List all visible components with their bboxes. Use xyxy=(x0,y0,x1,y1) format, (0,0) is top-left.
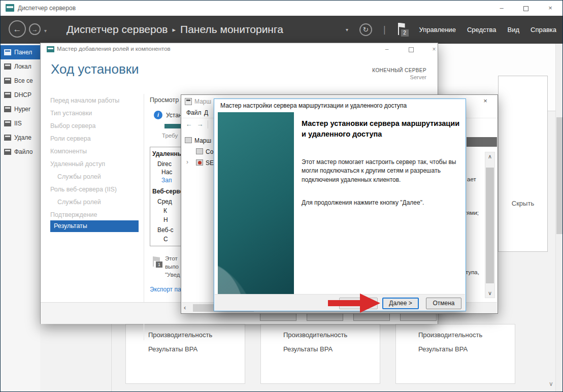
box-line: К xyxy=(163,207,167,214)
scroll-down-icon[interactable]: ∨ xyxy=(549,380,553,387)
info-icon: i xyxy=(154,111,162,119)
header-menu: ▾ ↻ | 2 Управление Средства Вид Справка xyxy=(346,16,556,44)
installing-label: Устан xyxy=(166,112,182,119)
forward-icon[interactable]: → xyxy=(29,23,41,35)
sidebar-item-remote-access[interactable]: Удале xyxy=(1,130,40,145)
tree-expand-icon[interactable]: › xyxy=(186,158,188,166)
rras-console-icon xyxy=(185,98,192,105)
wizard-step-results[interactable]: Результаты xyxy=(50,220,139,232)
box-line: С xyxy=(163,236,168,243)
box-link[interactable]: Зап xyxy=(161,177,172,184)
box-line: Нас xyxy=(161,169,172,176)
header-divider: | xyxy=(383,24,386,35)
breadcrumb-page: Панель мониторинга xyxy=(180,23,283,35)
dashboard-divider xyxy=(111,324,112,392)
sidebar-item-dashboard[interactable]: Панел xyxy=(1,45,40,59)
server-group-card: Производительность Результаты BPA xyxy=(260,324,380,384)
toolbar-forward-icon[interactable]: → xyxy=(195,120,205,129)
cancel-button[interactable]: Отмена xyxy=(426,298,461,309)
wizard-step-role-services[interactable]: Службы ролей xyxy=(57,173,149,180)
bpa-results-link[interactable]: Результаты BPA xyxy=(418,345,468,353)
scroll-down-icon[interactable]: ∨ xyxy=(485,290,494,297)
sidebar-item-iis[interactable]: IIS xyxy=(1,116,40,130)
refresh-icon[interactable]: ↻ xyxy=(359,23,372,36)
main-scrollbar[interactable] xyxy=(555,44,563,392)
minimize-icon[interactable]: – xyxy=(490,1,513,16)
wizard-step-features[interactable]: Компоненты xyxy=(50,148,142,155)
menu-manage[interactable]: Управление xyxy=(419,26,456,34)
minimize-icon[interactable]: – xyxy=(377,43,397,55)
wizard-icon xyxy=(47,46,54,52)
sidebar-item-all-servers[interactable]: Все се xyxy=(1,74,40,88)
tree-root-label[interactable]: Марш xyxy=(194,137,211,144)
close-icon[interactable]: × xyxy=(539,1,561,16)
box-line: Сред xyxy=(157,198,172,205)
back-icon[interactable]: ← xyxy=(9,20,26,38)
wizard-page-title: Ход установки xyxy=(51,61,139,77)
performance-link[interactable]: Производительность xyxy=(418,331,482,339)
scrollbar-thumb[interactable] xyxy=(486,168,494,283)
details-text-fragment: тупа, xyxy=(466,269,479,275)
details-header-band xyxy=(467,137,497,147)
menu-file[interactable]: Файл xyxy=(186,109,202,116)
wizard-progress-content: Просмотр х i Устан Требу Удаленны Direc … xyxy=(150,94,182,333)
notification-panel: Скрыть xyxy=(498,76,548,252)
wizard-step-server-selection[interactable]: Выбор сервера xyxy=(50,122,142,129)
close-icon[interactable]: × xyxy=(478,96,493,106)
scroll-left-icon[interactable]: ‹ xyxy=(184,304,186,311)
wizard-cancel-button[interactable] xyxy=(400,313,437,321)
bpa-results-link[interactable]: Результаты BPA xyxy=(283,345,333,353)
menu-help[interactable]: Справка xyxy=(531,26,556,34)
menu-tools[interactable]: Средства xyxy=(467,26,496,34)
toolbar-back-icon[interactable]: ← xyxy=(184,120,194,129)
sidebar-item-file-services[interactable]: Файло xyxy=(1,145,40,159)
rras-setup-wizard-dialog: Мастер настройки сервера маршрутизации и… xyxy=(214,99,466,311)
server-manager-titlebar: Диспетчер серверов – × xyxy=(1,1,563,16)
file-services-icon xyxy=(4,149,11,155)
destination-label: КОНЕЧНЫЙ СЕРВЕР xyxy=(305,68,426,73)
box-line: Веб-серве xyxy=(152,188,182,195)
iis-icon xyxy=(4,120,11,126)
wizard-step-installation-type[interactable]: Тип установки xyxy=(50,110,142,117)
close-icon[interactable]: × xyxy=(424,43,444,55)
export-settings-link[interactable]: Экспорт пар xyxy=(150,286,182,293)
remote-access-icon xyxy=(4,135,11,141)
dialog-paragraph: Этот мастер помогает настроить сервер та… xyxy=(302,158,469,184)
maximize-icon[interactable] xyxy=(401,43,421,55)
wizard-step-confirmation[interactable]: Подтверждение xyxy=(50,211,142,218)
config-required-label: Требу xyxy=(162,133,178,139)
wizard-previous-button[interactable] xyxy=(260,313,296,321)
sidebar-item-local-server[interactable]: Локал xyxy=(1,59,40,74)
box-line: Веб-с xyxy=(157,226,173,234)
hide-button[interactable]: Скрыть xyxy=(499,200,547,207)
notifications-badge: 2 xyxy=(401,29,409,37)
breadcrumb-root[interactable]: Диспетчер серверов xyxy=(67,23,168,35)
manage-caret-icon[interactable]: ▾ xyxy=(346,27,348,32)
sidebar-item-label: Локал xyxy=(14,63,31,70)
menu-action[interactable]: Д xyxy=(204,109,208,116)
performance-link[interactable]: Производительность xyxy=(283,331,347,339)
sidebar-item-dhcp[interactable]: DHCP xyxy=(1,88,40,102)
wizard-step-server-roles[interactable]: Роли сервера xyxy=(50,135,142,142)
bpa-results-link[interactable]: Результаты BPA xyxy=(148,345,197,353)
scroll-up-icon[interactable]: ∧ xyxy=(485,153,494,160)
destination-value: Server xyxy=(305,74,426,80)
scrollbar-thumb[interactable] xyxy=(556,117,563,234)
history-caret-icon[interactable]: ▾ xyxy=(44,28,47,34)
menu-view[interactable]: Вид xyxy=(507,26,519,34)
notifications-flag-icon[interactable]: 2 xyxy=(397,23,408,37)
maximize-box xyxy=(409,47,414,52)
details-vertical-scrollbar[interactable]: ∧ ∨ xyxy=(485,152,495,298)
wizard-step-before-you-begin[interactable]: Перед началом работы xyxy=(50,97,142,104)
server-node-icon xyxy=(196,159,203,166)
sidebar-item-hyperv[interactable]: Hyper xyxy=(1,102,40,116)
maximize-icon[interactable] xyxy=(515,1,537,16)
destination-server: КОНЕЧНЫЙ СЕРВЕР Server xyxy=(305,68,426,80)
screen: Диспетчер серверов – × ← → ▾ Диспетчер с… xyxy=(0,0,563,392)
notify-flag-icon xyxy=(153,256,160,262)
tree-server-status-label[interactable]: Со xyxy=(206,148,213,155)
wizard-step-remote-access[interactable]: Удаленный доступ xyxy=(50,160,142,168)
wizard-step-role-services-2[interactable]: Службы ролей xyxy=(57,199,149,206)
wizard-step-web-server-role[interactable]: Роль веб-сервера (IIS) xyxy=(50,186,142,193)
hyperv-icon xyxy=(4,106,11,112)
